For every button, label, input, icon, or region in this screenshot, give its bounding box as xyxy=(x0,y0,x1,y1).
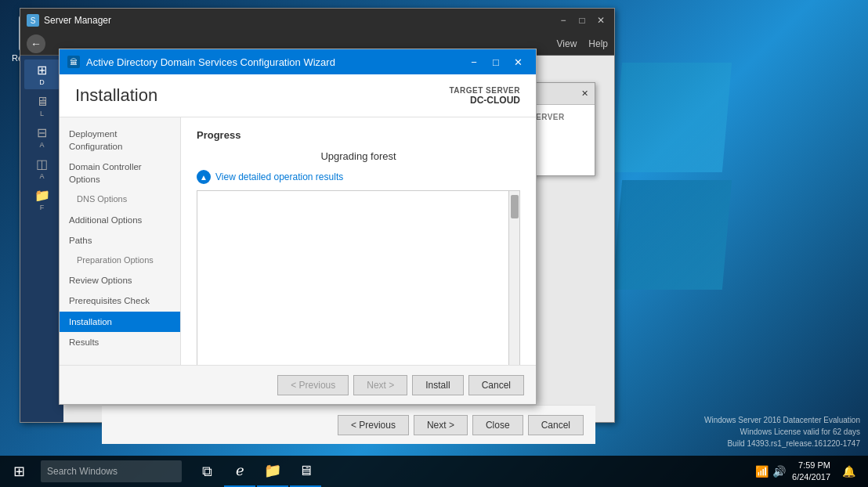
taskbar-right: 📶 🔊 7:59 PM 6/24/2017 🔔 xyxy=(755,456,868,487)
bg-wizard-footer: < Previous Next > Close Cancel xyxy=(102,405,595,444)
ad-view-results-link[interactable]: View detailed operation results xyxy=(215,171,343,182)
sm-close-button[interactable]: ✕ xyxy=(594,13,608,27)
taskbar-sys-icons: 📶 🔊 xyxy=(755,465,786,478)
ad-nav-installation[interactable]: Installation xyxy=(60,312,180,332)
ad-wizard: 🏛 Active Directory Domain Services Confi… xyxy=(59,49,537,405)
ad-close-button[interactable]: ✕ xyxy=(508,52,528,72)
ad-previous-button[interactable]: < Previous xyxy=(277,375,349,395)
server-manager-title: Server Manager xyxy=(44,15,556,26)
sidebar-item-ad[interactable]: ◫ A xyxy=(24,153,60,183)
start-button[interactable]: ⊞ xyxy=(0,456,38,487)
ad-section-title: Progress xyxy=(197,129,520,141)
ad-wizard-page-title: Installation xyxy=(75,85,157,106)
win-info-line2: Windows License valid for 62 days xyxy=(704,426,860,438)
ad-progress-text: Upgrading forest xyxy=(197,150,520,162)
ad-nav: Deployment Configuration Domain Controll… xyxy=(60,117,181,365)
ad-wizard-body: Deployment Configuration Domain Controll… xyxy=(60,117,536,365)
ad-wizard-icon: 🏛 xyxy=(67,56,80,68)
ad-nav-prereq[interactable]: Prerequisites Check xyxy=(60,290,180,311)
sidebar-dashboard-label: D xyxy=(39,78,45,86)
ad-nav-dns[interactable]: DNS Options xyxy=(60,189,180,209)
sm-maximize-button[interactable]: □ xyxy=(575,13,589,27)
win-info: Windows Server 2016 Datacenter Evaluatio… xyxy=(704,414,860,449)
win-info-line1: Windows Server 2016 Datacenter Evaluatio… xyxy=(704,414,860,426)
ad-next-button[interactable]: Next > xyxy=(353,375,407,395)
server-manager-taskbar-button[interactable]: 🖥 xyxy=(290,456,321,487)
sidebar-local-label: L xyxy=(40,110,44,117)
small-modal-close[interactable]: ✕ xyxy=(578,88,591,100)
sidebar-item-allservers[interactable]: ⊟ A xyxy=(24,122,60,152)
ad-wizard-titlebar: 🏛 Active Directory Domain Services Confi… xyxy=(60,49,536,74)
ad-view-results: ▲ View detailed operation results xyxy=(197,170,520,184)
sm-back-button[interactable]: ← xyxy=(27,34,45,53)
ie-taskbar-button[interactable]: ℯ xyxy=(224,456,255,487)
ad-cancel-button[interactable]: Cancel xyxy=(468,375,524,395)
sm-toolbar-right: View Help xyxy=(557,38,608,49)
ad-install-button[interactable]: Install xyxy=(412,375,463,395)
bg-cancel-button[interactable]: Cancel xyxy=(528,415,584,435)
taskbar-icons: ⧉ ℯ 📁 🖥 xyxy=(191,456,321,487)
sidebar-files-label: F xyxy=(40,204,45,211)
allservers-icon: ⊟ xyxy=(37,125,47,140)
desktop: 🗑 Recycle Bin S Server Manager − □ ✕ ← V… xyxy=(0,0,868,487)
sidebar-all-label: A xyxy=(39,141,44,149)
taskbar: ⊞ ⧉ ℯ 📁 🖥 📶 🔊 7:59 PM 6/24/2017 🔔 xyxy=(0,456,868,487)
ad-icon: ◫ xyxy=(36,157,48,171)
dashboard-icon: ⊞ xyxy=(37,63,47,78)
sidebar-ad-label: A xyxy=(39,172,44,180)
ad-nav-results[interactable]: Results xyxy=(60,332,180,352)
volume-icon: 🔊 xyxy=(772,465,786,478)
ad-target-label: TARGET SERVER xyxy=(449,86,520,95)
ad-wizard-footer: < Previous Next > Install Cancel xyxy=(60,365,536,404)
server-manager-titlebar: S Server Manager − □ ✕ xyxy=(20,9,614,32)
bg-next-button[interactable]: Next > xyxy=(414,415,468,435)
ad-log-scrollbar-thumb[interactable] xyxy=(511,195,519,218)
ad-view-results-icon: ▲ xyxy=(197,170,211,184)
sm-view-menu[interactable]: View xyxy=(557,38,577,49)
files-icon: 📁 xyxy=(34,188,50,203)
notification-button[interactable]: 🔔 xyxy=(837,456,860,487)
ad-wizard-header: Installation TARGET SERVER DC-CLOUD xyxy=(60,74,536,117)
ad-nav-paths[interactable]: Paths xyxy=(60,230,180,251)
bg-previous-button[interactable]: < Previous xyxy=(338,415,409,435)
sm-minimize-button[interactable]: − xyxy=(556,13,570,27)
ad-main-content: Progress Upgrading forest ▲ View detaile… xyxy=(181,117,536,365)
clock-date: 6/24/2017 xyxy=(792,471,830,483)
sm-window-controls: − □ ✕ xyxy=(556,13,608,27)
taskbar-clock: 7:59 PM 6/24/2017 xyxy=(792,460,830,484)
bg-close-button[interactable]: Close xyxy=(472,415,523,435)
sidebar-item-files[interactable]: 📁 F xyxy=(24,185,60,215)
ad-target-value: DC-CLOUD xyxy=(449,95,520,106)
ad-titlebar-controls: − □ ✕ xyxy=(464,52,528,72)
explorer-taskbar-button[interactable]: 📁 xyxy=(257,456,288,487)
ad-log-scrollbar[interactable] xyxy=(508,191,519,365)
ad-log-area[interactable] xyxy=(197,190,520,365)
ad-minimize-button[interactable]: − xyxy=(464,52,484,72)
server-manager-icon: S xyxy=(27,14,39,27)
sidebar-item-local[interactable]: 🖥 L xyxy=(24,91,60,121)
ad-nav-dc-options[interactable]: Domain Controller Options xyxy=(60,157,180,189)
ad-nav-review[interactable]: Review Options xyxy=(60,270,180,290)
ad-wizard-title: Active Directory Domain Services Configu… xyxy=(86,56,335,68)
ad-nav-prep[interactable]: Preparation Options xyxy=(60,251,180,270)
search-input[interactable] xyxy=(41,460,182,482)
clock-time: 7:59 PM xyxy=(792,460,830,471)
sm-sidebar: ⊞ D 🖥 L ⊟ A ◫ A 📁 F xyxy=(20,56,63,422)
ad-maximize-button[interactable]: □ xyxy=(486,52,506,72)
task-view-button[interactable]: ⧉ xyxy=(191,456,222,487)
sm-help-menu[interactable]: Help xyxy=(588,38,608,49)
ad-nav-deployment[interactable]: Deployment Configuration xyxy=(60,124,180,157)
network-icon: 📶 xyxy=(755,465,769,478)
sidebar-item-dashboard[interactable]: ⊞ D xyxy=(24,60,60,89)
ad-target-server: TARGET SERVER DC-CLOUD xyxy=(449,86,520,106)
local-icon: 🖥 xyxy=(36,95,49,109)
win-info-line3: Build 14393.rs1_release.161220-1747 xyxy=(704,438,860,449)
ad-nav-additional[interactable]: Additional Options xyxy=(60,210,180,230)
